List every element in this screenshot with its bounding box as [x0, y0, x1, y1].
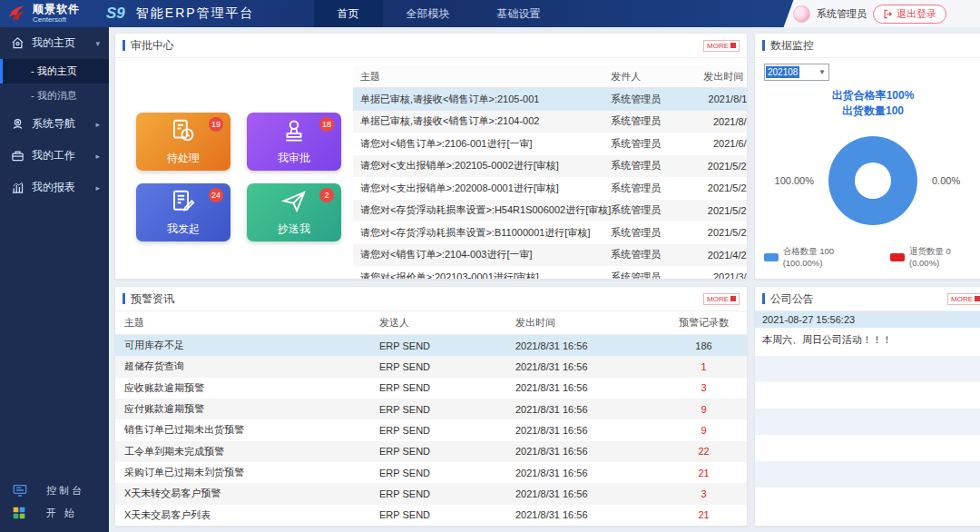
alert-row-sender: ERP SEND	[379, 488, 515, 499]
alert-row-subject: 采购订单已过期未到货预警	[115, 466, 379, 479]
alert-row-time: 2021/8/31 16:56	[515, 425, 661, 436]
s9-logo: S9	[106, 5, 125, 23]
nav-tab-3[interactable]: 基础设置	[474, 0, 564, 27]
sidebar-item[interactable]: 我的主页▾	[0, 27, 109, 59]
alert-row[interactable]: X天未交易客户列表ERP SEND2021/8/31 16:5621	[115, 505, 747, 526]
alert-row-sender: ERP SEND	[379, 425, 515, 436]
sidebar-subitem[interactable]: - 我的消息	[0, 84, 109, 108]
alert-row-subject: 应付账款逾期预警	[115, 402, 379, 416]
legend-item: 退货数量 0 (0.00%)	[890, 246, 980, 268]
donut-chart: 100.00% 0.00%	[764, 120, 980, 242]
approval-row-time: 2021/6/5 14:58	[691, 138, 748, 149]
brand-bird-icon	[7, 5, 27, 23]
navigation-icon	[11, 117, 24, 131]
sidebar-item[interactable]: 我的报表▸	[0, 172, 109, 203]
alert-row[interactable]: 可用库存不足ERP SEND2021/8/31 16:56186	[115, 335, 747, 356]
chart-legend: 合格数量 100 (100.00%)退货数量 0 (0.00%)	[764, 242, 980, 273]
top-header: 顺景软件 Centersoft S9 智能ERP管理平台 首页全部模块基础设置 …	[0, 0, 980, 27]
user-avatar[interactable]	[793, 5, 810, 23]
approval-more-link[interactable]: MORE	[703, 40, 740, 52]
stamp-icon	[280, 117, 308, 148]
sidebar-footer-item[interactable]: 开 始	[0, 502, 109, 525]
alert-row-subject: 可用库存不足	[115, 339, 379, 352]
approval-row-sender: 系统管理员	[611, 137, 691, 151]
donut-left-label: 100.00%	[764, 175, 814, 186]
sidebar-item-label: 系统导航	[32, 116, 75, 132]
approval-panel-title: 审批中心	[131, 38, 174, 54]
data-monitor-panel: 数据监控 202108 ▼ 出货合格率100% 出货数量100 100.00% …	[754, 33, 980, 280]
sidebar-item[interactable]: 我的工作▸	[0, 140, 109, 172]
alert-row-time: 2021/8/31 16:56	[515, 446, 661, 457]
approval-row[interactable]: 单据已审核,请接收<销售订单>:2105-001系统管理员2021/8/14 1…	[353, 88, 748, 111]
alert-row-subject: 销售订单已过期未出货预警	[115, 423, 379, 437]
alerts-more-link[interactable]: MORE	[703, 293, 740, 305]
approval-tile-待处理[interactable]: 待处理19	[136, 113, 230, 171]
alert-row[interactable]: X天未转交易客户预警ERP SEND2021/8/31 16:563	[115, 483, 747, 504]
sidebar-subitem[interactable]: - 我的主页	[0, 59, 109, 84]
sidebar-footer-item[interactable]: 控制台	[0, 479, 109, 502]
alert-row[interactable]: 应付账款逾期预警ERP SEND2021/8/31 16:569	[115, 399, 747, 419]
approval-row-sender: 系统管理员	[611, 226, 691, 240]
alert-row-sender: ERP SEND	[379, 404, 515, 415]
alert-row[interactable]: 超储存货查询ERP SEND2021/8/31 16:561	[115, 356, 747, 377]
approval-row-time: 2021/3/3 12:00	[691, 271, 748, 280]
approval-row-time: 2021/8/14 11:45	[691, 94, 748, 104]
approval-row[interactable]: 请您对<销售订单>:2106-001进行[一审]系统管理员2021/6/5 14…	[353, 133, 748, 155]
period-select[interactable]: 202108 ▼	[764, 64, 829, 81]
empty-row	[755, 461, 980, 488]
chevron-right-icon: ▸	[95, 120, 100, 129]
monitor-panel-title: 数据监控	[770, 38, 814, 54]
approval-row[interactable]: 请您对<存货浮动耗损率设置>:B11000001进行[审核]系统管理员2021/…	[353, 222, 748, 244]
legend-swatch	[764, 253, 779, 261]
chevron-down-icon: ▼	[818, 68, 828, 76]
sidebar-item[interactable]: 系统导航▸	[0, 108, 109, 140]
chevron-right-icon: ▸	[95, 152, 100, 161]
approval-row-subject: 请您对<支出报销单>:202105-0002进行[审核]	[353, 159, 611, 172]
announcement-date[interactable]: 2021-08-27 15:56:23	[755, 311, 980, 328]
title-accent	[122, 293, 125, 304]
approval-tile-抄送我[interactable]: 抄送我2	[247, 183, 341, 241]
tile-count-badge: 2	[319, 188, 334, 202]
alert-row[interactable]: 工令单到期未完成预警ERP SEND2021/8/31 16:5622	[115, 441, 747, 462]
alert-row[interactable]: 应收账款逾期预警ERP SEND2021/8/31 16:563	[115, 378, 747, 399]
approval-table-rows: 单据已审核,请接收<销售订单>:2105-001系统管理员2021/8/14 1…	[353, 88, 748, 280]
alert-row-count: 186	[661, 340, 747, 351]
approval-row[interactable]: 请您对<存货浮动耗损率设置>:H54R1S006002进行[审核]系统管理员20…	[353, 200, 748, 222]
approval-row-subject: 请您对<销售订单>:2106-001进行[一审]	[353, 137, 611, 151]
approval-row-sender: 系统管理员	[611, 203, 691, 217]
logout-button[interactable]: 退出登录	[873, 5, 946, 24]
alert-row-subject: 应收账款逾期预警	[115, 381, 379, 395]
approval-row-subject: 单据已审核,请接收<销售订单>:2105-001	[353, 93, 611, 106]
approval-row-subject: 请您对<存货浮动耗损率设置>:H54R1S006002进行[审核]	[353, 203, 611, 217]
sidebar-item-label: 我的报表	[32, 180, 75, 195]
approval-row[interactable]: 请您对<报价单>:202103-0001进行[审核]系统管理员2021/3/3 …	[353, 266, 748, 280]
approval-row-time: 2021/5/21 16:13	[691, 205, 748, 216]
approval-tile-我发起[interactable]: 我发起24	[136, 183, 230, 241]
approval-row[interactable]: 请您对<支出报销单>:202105-0002进行[审核]系统管理员2021/5/…	[353, 155, 748, 178]
approval-row[interactable]: 请您对<支出报销单>:202008-0001进行[审核]系统管理员2021/5/…	[353, 177, 748, 200]
announcement-more-link[interactable]: MORE	[947, 293, 980, 305]
approval-row-sender: 系统管理员	[611, 114, 691, 128]
pending-icon	[170, 117, 197, 148]
alert-row-count: 21	[661, 468, 747, 478]
approval-row[interactable]: 请您对<销售订单>:2104-003进行[一审]系统管理员2021/4/23 1…	[353, 244, 748, 267]
chevron-down-icon: ▾	[95, 39, 100, 48]
approval-row-time: 2021/4/23 14:06	[691, 250, 748, 261]
donut-right-label: 0.00%	[932, 175, 980, 186]
tile-label: 抄送我	[278, 222, 310, 237]
approval-tile-我审批[interactable]: 我审批18	[247, 113, 341, 171]
chart-title: 出货合格率100% 出货数量100	[764, 88, 980, 120]
alert-row[interactable]: 销售订单已过期未出货预警ERP SEND2021/8/31 16:569	[115, 419, 747, 440]
approval-row-subject: 请您对<支出报销单>:202008-0001进行[审核]	[353, 182, 611, 195]
alert-row[interactable]: 采购订单已过期未到货预警ERP SEND2021/8/31 16:5621	[115, 462, 747, 483]
nav-tab-2[interactable]: 全部模块	[383, 0, 474, 27]
nav-tab-1[interactable]: 首页	[314, 0, 383, 27]
alert-row-time: 2021/8/31 16:56	[515, 468, 661, 478]
alert-row-subject: 超储存货查询	[115, 360, 379, 373]
user-area: 系统管理员 退出登录	[793, 0, 975, 27]
announcement-empty-rows	[755, 356, 980, 526]
approval-row[interactable]: 单据已审核,请接收<销售订单>:2104-002系统管理员2021/8/5 16…	[353, 111, 748, 133]
alerts-table-rows: 可用库存不足ERP SEND2021/8/31 16:56186超储存货查询ER…	[115, 335, 747, 526]
alert-row-count: 1	[661, 361, 747, 372]
alert-row-count: 9	[661, 425, 747, 436]
